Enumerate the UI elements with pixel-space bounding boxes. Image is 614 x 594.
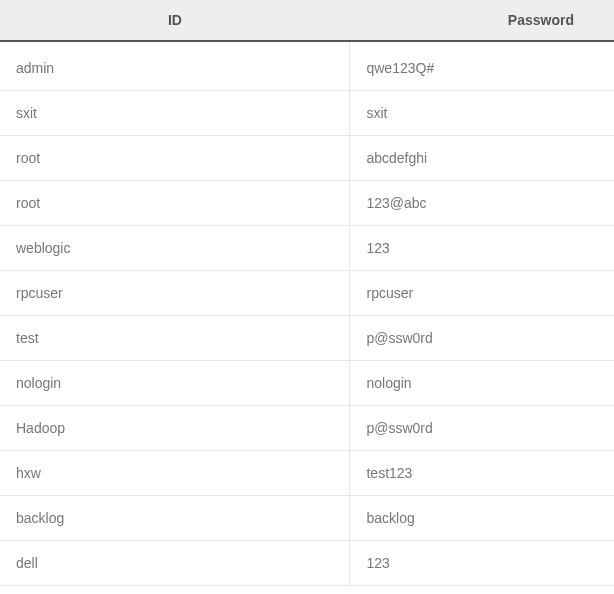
- cell-password: rpcuser: [350, 271, 614, 316]
- table-row: nologin nologin: [0, 361, 614, 406]
- cell-password: backlog: [350, 496, 614, 541]
- table-row: sxit sxit: [0, 91, 614, 136]
- cell-id: admin: [0, 41, 350, 91]
- table-row: rpcuser rpcuser: [0, 271, 614, 316]
- cell-password: p@ssw0rd: [350, 316, 614, 361]
- cell-id: Hadoop: [0, 406, 350, 451]
- table-row: dell 123: [0, 541, 614, 586]
- table-row: backlog backlog: [0, 496, 614, 541]
- table-row: root abcdefghi: [0, 136, 614, 181]
- cell-password: test123: [350, 451, 614, 496]
- header-id: ID: [0, 0, 350, 41]
- header-password: Password: [350, 0, 614, 41]
- cell-password: qwe123Q#: [350, 41, 614, 91]
- table-body: admin qwe123Q# sxit sxit root abcdefghi …: [0, 41, 614, 586]
- cell-password: 123: [350, 226, 614, 271]
- cell-password: p@ssw0rd: [350, 406, 614, 451]
- cell-password: 123: [350, 541, 614, 586]
- cell-id: rpcuser: [0, 271, 350, 316]
- cell-id: root: [0, 136, 350, 181]
- cell-id: root: [0, 181, 350, 226]
- table-row: admin qwe123Q#: [0, 41, 614, 91]
- cell-password: 123@abc: [350, 181, 614, 226]
- table-row: test p@ssw0rd: [0, 316, 614, 361]
- cell-id: test: [0, 316, 350, 361]
- table-row: hxw test123: [0, 451, 614, 496]
- table-row: Hadoop p@ssw0rd: [0, 406, 614, 451]
- credentials-table: ID Password admin qwe123Q# sxit sxit roo…: [0, 0, 614, 586]
- cell-id: sxit: [0, 91, 350, 136]
- table-header-row: ID Password: [0, 0, 614, 41]
- cell-id: nologin: [0, 361, 350, 406]
- cell-id: weblogic: [0, 226, 350, 271]
- table-row: root 123@abc: [0, 181, 614, 226]
- cell-password: abcdefghi: [350, 136, 614, 181]
- table-row: weblogic 123: [0, 226, 614, 271]
- cell-id: dell: [0, 541, 350, 586]
- cell-password: nologin: [350, 361, 614, 406]
- cell-id: backlog: [0, 496, 350, 541]
- cell-password: sxit: [350, 91, 614, 136]
- cell-id: hxw: [0, 451, 350, 496]
